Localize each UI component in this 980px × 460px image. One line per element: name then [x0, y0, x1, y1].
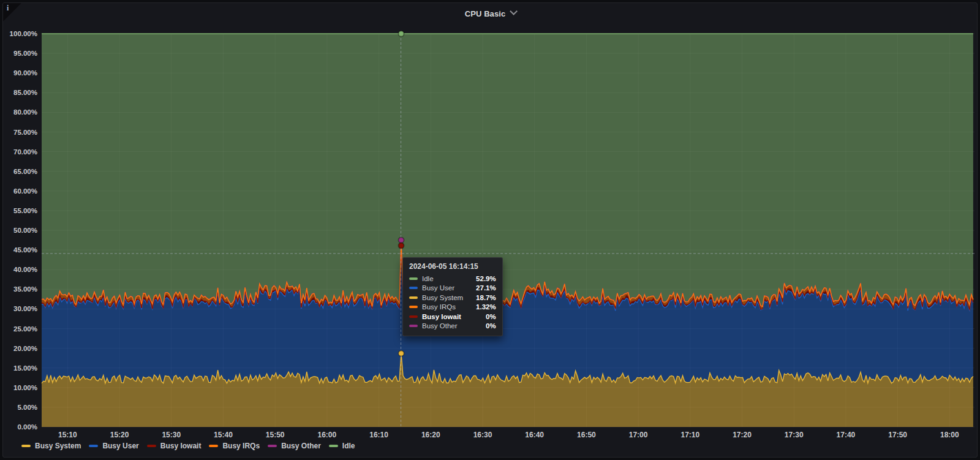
tooltip-series-name: Busy User [422, 284, 454, 292]
legend-label: Busy System [35, 442, 81, 450]
legend-color-swatch [147, 445, 156, 447]
x-axis-label: 16:20 [421, 431, 440, 439]
x-axis-label: 17:10 [680, 431, 699, 439]
x-axis-label: 16:40 [525, 431, 544, 439]
legend-item-busy-iowait[interactable]: Busy Iowait [147, 442, 202, 450]
tooltip-row: Busy System18.7% [409, 293, 496, 303]
x-axis-label: 17:20 [733, 431, 752, 439]
x-axis-label: 15:50 [266, 431, 285, 439]
x-axis-label: 17:40 [837, 431, 856, 439]
legend-color-swatch [268, 445, 277, 447]
x-axis-label: 16:10 [369, 431, 388, 439]
y-axis-label: 35.00% [13, 285, 37, 293]
legend-label: Busy User [102, 442, 138, 450]
tooltip-series-name: Busy System [422, 294, 463, 301]
tooltip-series-value: 27.1% [467, 284, 496, 292]
tooltip-timestamp: 2024-06-05 16:14:15 [409, 262, 496, 271]
hover-marker-busy_iowait [399, 243, 404, 249]
legend-label: Busy Iowait [160, 442, 202, 450]
tooltip-series-name: Busy Other [422, 322, 458, 330]
legend-item-busy-other[interactable]: Busy Other [268, 442, 321, 450]
legend-item-busy-system[interactable]: Busy System [21, 442, 81, 450]
y-axis-label: 0.00% [17, 423, 37, 431]
legend-color-swatch [209, 445, 218, 447]
tooltip-row: Busy Iowait0% [409, 312, 496, 322]
series-area-idle [42, 34, 973, 307]
hover-marker-busy_system [399, 350, 404, 356]
series-color-swatch [409, 306, 418, 308]
legend-label: Idle [342, 442, 355, 450]
y-axis-label: 65.00% [13, 168, 37, 175]
tooltip-row: Busy User27.1% [409, 284, 496, 293]
y-axis-label: 25.00% [13, 325, 37, 333]
tooltip-series-name: Idle [422, 275, 434, 282]
legend-color-swatch [21, 445, 31, 447]
series-color-swatch [409, 315, 418, 318]
x-axis-label: 16:50 [577, 431, 596, 439]
hover-marker-idle [399, 31, 404, 37]
y-axis-label: 5.00% [17, 404, 37, 411]
y-axis-label: 95.00% [13, 50, 37, 57]
y-axis-label: 80.00% [13, 108, 37, 116]
series-color-swatch [409, 296, 418, 299]
tooltip-row: Busy Other0% [409, 322, 496, 331]
legend-label: Busy IRQs [222, 442, 260, 450]
x-axis-label: 18:00 [940, 431, 959, 439]
tooltip-row: Idle52.9% [409, 274, 496, 284]
x-axis-label: 17:50 [888, 431, 907, 439]
series-color-swatch [409, 325, 418, 327]
x-axis-label: 17:00 [629, 431, 648, 439]
tooltip-series-value: 0% [477, 313, 496, 320]
tooltip-series-value: 52.9% [467, 275, 496, 282]
y-axis-label: 75.00% [13, 129, 37, 136]
tooltip-series-value: 0% [477, 322, 496, 330]
tooltip-row: Busy IRQs1.32% [409, 303, 496, 312]
y-axis-label: 60.00% [13, 187, 37, 195]
tooltip-series-value: 1.32% [467, 303, 496, 311]
y-axis-label: 30.00% [13, 305, 37, 312]
x-axis-label: 15:10 [58, 431, 77, 439]
y-axis-label: 70.00% [13, 148, 37, 156]
time-series-chart[interactable]: 100.00%95.00%90.00%85.00%80.00%75.00%70.… [3, 3, 978, 458]
tooltip-series-name: Busy IRQs [422, 303, 456, 311]
x-axis-label: 15:40 [214, 431, 233, 439]
legend-label: Busy Other [281, 442, 321, 450]
x-axis-label: 15:30 [162, 431, 181, 439]
legend-item-busy-user[interactable]: Busy User [89, 442, 138, 450]
legend-item-busy-irqs[interactable]: Busy IRQs [209, 442, 260, 450]
y-axis-label: 90.00% [13, 69, 37, 77]
legend-item-idle[interactable]: Idle [329, 442, 355, 450]
hover-tooltip: 2024-06-05 16:14:15 Idle52.9%Busy User27… [402, 257, 503, 336]
x-axis-label: 16:00 [318, 431, 337, 439]
y-axis-label: 50.00% [13, 227, 37, 234]
x-axis-label: 17:30 [785, 431, 804, 439]
y-axis-label: 100.00% [10, 30, 37, 37]
series-color-swatch [409, 287, 418, 289]
y-axis-label: 15.00% [13, 364, 37, 372]
hover-marker-busy_other [399, 237, 404, 243]
legend-color-swatch [89, 445, 98, 447]
tooltip-series-name: Busy Iowait [422, 313, 461, 320]
y-axis-label: 40.00% [13, 266, 37, 273]
y-axis-label: 10.00% [13, 384, 37, 391]
y-axis-label: 20.00% [13, 345, 37, 352]
y-axis-label: 85.00% [13, 89, 37, 96]
series-color-swatch [409, 277, 418, 280]
x-axis-label: 15:20 [110, 431, 129, 439]
y-axis-label: 45.00% [13, 246, 37, 254]
tooltip-series-value: 18.7% [467, 294, 496, 301]
x-axis-label: 16:30 [473, 431, 492, 439]
cpu-basic-panel: i CPU Basic 100.00%95.00%90.00%85.00%80.… [2, 2, 978, 458]
legend: Busy SystemBusy UserBusy IowaitBusy IRQs… [21, 442, 355, 450]
y-axis-label: 55.00% [13, 207, 37, 214]
legend-color-swatch [329, 445, 338, 447]
